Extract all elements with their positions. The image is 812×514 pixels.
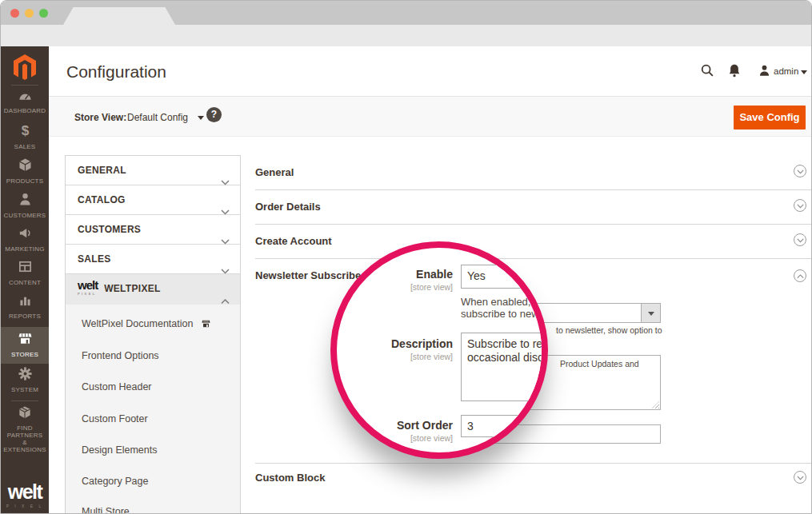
description-textarea-magnified[interactable]: Subscribe to receive occasional discount… <box>461 333 548 401</box>
sidebar-divider <box>11 85 38 86</box>
config-nav-customers[interactable]: CUSTOMERS <box>66 215 240 245</box>
sort-order-field-scope: [store view] <box>337 433 453 443</box>
collapse-newsletter-chevron-icon[interactable] <box>794 269 806 282</box>
sort-order-field-label: Sort Order <box>337 419 453 432</box>
chevron-down-icon[interactable] <box>801 70 807 74</box>
page-header: Configuration admin <box>49 46 812 97</box>
weltpixel-mini-logo: welt PIXEL <box>78 280 98 298</box>
enable-helper-line2: subscribe to newsletter <box>461 308 548 320</box>
gauge-icon <box>18 89 33 102</box>
helper-text-fragment: to newsletter, show option to <box>556 325 662 335</box>
expand-order-details-chevron-icon[interactable] <box>794 199 806 212</box>
sidebar-item-stores[interactable]: STORES <box>1 327 49 364</box>
minimize-window-button[interactable] <box>25 9 34 18</box>
subnav-weltpixel-documentation[interactable]: WeltPixel Documentation <box>82 318 211 331</box>
config-nav-sales[interactable]: SALES <box>66 245 240 274</box>
subnav-custom-footer[interactable]: Custom Footer <box>82 413 148 424</box>
expand-general-chevron-icon[interactable] <box>794 165 806 177</box>
sidebar-item-customers[interactable]: CUSTOMERS <box>1 192 49 219</box>
admin-sidebar: DASHBOARD $ SALES PRODUCTS CUSTOMERS <box>1 46 49 514</box>
browser-tab[interactable] <box>63 7 175 25</box>
section-divider <box>255 258 812 259</box>
config-nav: GENERAL CATALOG CUSTOMERS SALES wel <box>65 155 241 305</box>
bar-chart-icon <box>18 293 33 308</box>
enable-helper-line1: When enabled, if users <box>461 296 548 308</box>
sidebar-item-products[interactable]: PRODUCTS <box>1 157 49 185</box>
megaphone-icon <box>18 225 33 241</box>
textarea-text-fragment: Product Updates and <box>560 359 639 369</box>
subnav-category-page[interactable]: Category Page <box>82 476 148 487</box>
admin-avatar-icon[interactable] <box>758 64 771 81</box>
section-newsletter-subscribe[interactable]: Newsletter Subscribe <box>255 269 361 281</box>
browser-toolbar-strip <box>1 25 812 46</box>
section-custom-block[interactable]: Custom Block <box>255 472 325 484</box>
section-divider <box>255 463 812 464</box>
dollar-icon: $ <box>18 123 33 138</box>
close-window-button[interactable] <box>10 9 19 18</box>
description-field-scope: [store view] <box>337 352 453 361</box>
section-divider <box>255 189 812 190</box>
page-title: Configuration <box>66 62 166 82</box>
package-icon <box>18 405 32 420</box>
subnav-design-elements[interactable]: Design Elements <box>82 444 158 456</box>
sidebar-item-reports[interactable]: REPORTS <box>1 293 49 320</box>
chevron-down-icon[interactable] <box>198 116 204 120</box>
store-view-label: Store View: <box>74 112 126 123</box>
store-icon <box>201 319 211 331</box>
section-divider <box>255 224 812 225</box>
search-icon[interactable] <box>700 63 714 81</box>
weltpixel-sidebar-logo: welt P I X E L <box>1 482 49 508</box>
subnav-frontend-options[interactable]: Frontend Options <box>82 350 159 361</box>
config-nav-weltpixel[interactable]: welt PIXEL WELTPIXEL <box>66 274 240 305</box>
sidebar-item-dashboard[interactable]: DASHBOARD <box>1 89 49 114</box>
gear-icon <box>18 366 33 381</box>
maximize-window-button[interactable] <box>39 9 48 18</box>
enable-field-scope: [store view] <box>337 282 453 292</box>
config-nav-catalog[interactable]: CATALOG <box>66 185 240 215</box>
select-arrow-button[interactable] <box>641 304 660 322</box>
person-icon <box>18 192 33 207</box>
config-nav-general[interactable]: GENERAL <box>66 156 240 185</box>
section-create-account[interactable]: Create Account <box>255 235 332 247</box>
subnav-multi-store[interactable]: Multi Store <box>82 506 130 514</box>
expand-create-account-chevron-icon[interactable] <box>794 233 806 246</box>
help-icon[interactable]: ? <box>206 107 222 122</box>
admin-user-label[interactable]: admin <box>774 66 798 76</box>
section-order-details[interactable]: Order Details <box>255 201 321 213</box>
magnifier-zoom-circle: Enable [store view] Yes When enabled, if… <box>330 241 548 459</box>
magento-logo-icon[interactable] <box>11 53 38 83</box>
description-field-label: Description <box>337 337 453 350</box>
browser-window: DASHBOARD $ SALES PRODUCTS CUSTOMERS <box>0 0 812 514</box>
sidebar-item-content[interactable]: CONTENT <box>1 259 49 286</box>
layout-icon <box>18 259 33 274</box>
save-config-button[interactable]: Save Config <box>734 106 806 129</box>
notifications-bell-icon[interactable] <box>727 63 742 82</box>
sidebar-item-sales[interactable]: $ SALES <box>1 123 49 150</box>
resize-grip-icon[interactable] <box>652 401 659 408</box>
browser-title-bar <box>1 1 812 25</box>
store-view-selector[interactable]: Default Config <box>127 112 188 123</box>
enable-select[interactable]: Yes <box>461 265 548 289</box>
sidebar-item-marketing[interactable]: MARKETING <box>1 225 49 253</box>
section-general[interactable]: General <box>255 166 294 178</box>
cube-icon <box>18 157 33 173</box>
subnav-custom-header[interactable]: Custom Header <box>82 381 152 392</box>
sidebar-item-find-partners[interactable]: FIND PARTNERS & EXTENSIONS <box>1 405 49 453</box>
config-subnav: WeltPixel Documentation Frontend Options… <box>65 305 241 514</box>
expand-custom-block-chevron-icon[interactable] <box>794 471 806 484</box>
sidebar-item-system[interactable]: SYSTEM <box>1 366 49 393</box>
storefront-icon <box>18 331 33 346</box>
sidebar-divider <box>11 400 38 401</box>
store-view-toolbar: Store View: Default Config ? Save Config <box>49 97 812 137</box>
svg-text:$: $ <box>21 123 29 138</box>
